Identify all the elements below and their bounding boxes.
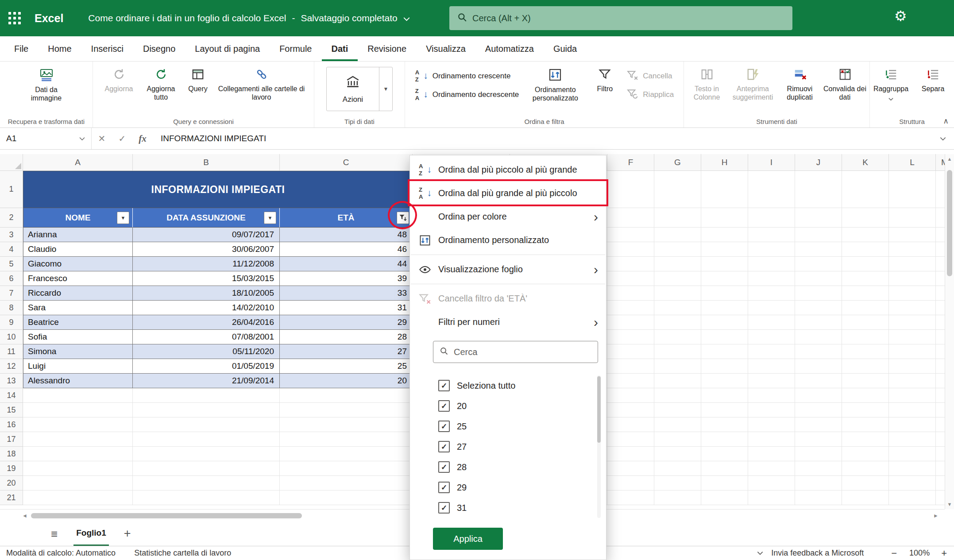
- table-cell[interactable]: 09/07/2017: [133, 228, 280, 242]
- cell-K6[interactable]: [842, 271, 889, 286]
- title-chevron-down-icon[interactable]: [403, 17, 410, 21]
- cell-G11[interactable]: [654, 344, 701, 359]
- search-box[interactable]: [449, 6, 792, 30]
- cell-A18[interactable]: [23, 447, 133, 461]
- cell-G1[interactable]: [654, 171, 701, 208]
- table-cell[interactable]: 25: [280, 359, 413, 374]
- name-box[interactable]: A1: [0, 128, 92, 149]
- row-header-2[interactable]: 2: [0, 208, 23, 228]
- cell-H13[interactable]: [701, 374, 748, 388]
- table-cell[interactable]: 21/09/2014: [133, 374, 280, 388]
- tab-layout-di-pagina[interactable]: Layout di pagina: [185, 36, 270, 61]
- cell-H21[interactable]: [701, 490, 748, 505]
- row-header-8[interactable]: 8: [0, 301, 23, 315]
- cell-I13[interactable]: [748, 374, 795, 388]
- cell-J16[interactable]: [795, 417, 842, 432]
- cell-C14[interactable]: [280, 388, 413, 403]
- row-header-17[interactable]: 17: [0, 432, 23, 447]
- cell-K1[interactable]: [842, 171, 889, 208]
- column-header-B[interactable]: B: [133, 154, 280, 171]
- column-header-F[interactable]: F: [607, 154, 654, 171]
- filter-search-box[interactable]: [433, 341, 598, 363]
- cell-A21[interactable]: [23, 490, 133, 505]
- settings-gear-icon[interactable]: ⚙: [894, 9, 907, 23]
- cell-I14[interactable]: [748, 388, 795, 403]
- menu-sort-smallest-to-largest[interactable]: AZ↓ Ordina dal più piccolo al più grande: [410, 158, 606, 182]
- cell-J12[interactable]: [795, 359, 842, 374]
- row-header-13[interactable]: 13: [0, 374, 23, 388]
- cell-G17[interactable]: [654, 432, 701, 447]
- row-header-15[interactable]: 15: [0, 403, 23, 417]
- cell-B17[interactable]: [133, 432, 280, 447]
- cell-F3[interactable]: [607, 228, 654, 242]
- cell-H1[interactable]: [701, 171, 748, 208]
- cell-K19[interactable]: [842, 461, 889, 476]
- gallery-dropdown-icon[interactable]: ▼: [379, 67, 392, 111]
- cell-G16[interactable]: [654, 417, 701, 432]
- cell-G19[interactable]: [654, 461, 701, 476]
- filter-list-scrollbar[interactable]: [597, 375, 601, 518]
- row-header-19[interactable]: 19: [0, 461, 23, 476]
- table-cell[interactable]: Luigi: [23, 359, 133, 374]
- scroll-right-icon[interactable]: ►: [933, 513, 939, 519]
- table-cell[interactable]: 29: [280, 315, 413, 330]
- cell-F6[interactable]: [607, 271, 654, 286]
- cell-G13[interactable]: [654, 374, 701, 388]
- filter-checkbox-seleziona-tutto[interactable]: ✓Seleziona tutto: [438, 375, 606, 396]
- cell-G5[interactable]: [654, 257, 701, 271]
- filter-button-data-assunzione[interactable]: ▼: [264, 212, 276, 224]
- cell-K10[interactable]: [842, 330, 889, 344]
- app-launcher-icon[interactable]: [0, 0, 29, 36]
- cell-B14[interactable]: [133, 388, 280, 403]
- scroll-up-icon[interactable]: ▲: [945, 156, 954, 162]
- cell-C19[interactable]: [280, 461, 413, 476]
- cell-L15[interactable]: [889, 403, 936, 417]
- calc-mode-status[interactable]: Modalità di calcolo: Automatico: [6, 548, 116, 558]
- cell-C15[interactable]: [280, 403, 413, 417]
- query-button[interactable]: Query: [182, 64, 214, 93]
- tab-file[interactable]: File: [4, 36, 38, 61]
- cell-F11[interactable]: [607, 344, 654, 359]
- cell-J6[interactable]: [795, 271, 842, 286]
- tab-visualizza[interactable]: Visualizza: [416, 36, 475, 61]
- cell-A19[interactable]: [23, 461, 133, 476]
- cell-J15[interactable]: [795, 403, 842, 417]
- table-cell[interactable]: Simona: [23, 344, 133, 359]
- cell-I2[interactable]: [748, 208, 795, 228]
- cell-L9[interactable]: [889, 315, 936, 330]
- cell-I1[interactable]: [748, 171, 795, 208]
- data-validation-button[interactable]: Convalida dei dati: [822, 64, 868, 101]
- table-cell[interactable]: 28: [280, 330, 413, 344]
- cell-I18[interactable]: [748, 447, 795, 461]
- cell-L17[interactable]: [889, 432, 936, 447]
- row-header-4[interactable]: 4: [0, 242, 23, 257]
- table-cell[interactable]: Riccardo: [23, 286, 133, 301]
- row-header-18[interactable]: 18: [0, 447, 23, 461]
- cell-I8[interactable]: [748, 301, 795, 315]
- cell-H15[interactable]: [701, 403, 748, 417]
- tab-home[interactable]: Home: [38, 36, 81, 61]
- menu-sheet-view[interactable]: Vis​ualizzazione foglio ›: [410, 258, 606, 281]
- data-from-picture-button[interactable]: Dati da immagine: [20, 64, 73, 102]
- cell-J7[interactable]: [795, 286, 842, 301]
- cell-H8[interactable]: [701, 301, 748, 315]
- filter-checkbox-31[interactable]: ✓31: [438, 498, 606, 518]
- menu-sort-by-color[interactable]: Ordina per colore ›: [410, 205, 606, 228]
- expand-formula-bar-icon[interactable]: [940, 137, 946, 141]
- cell-K9[interactable]: [842, 315, 889, 330]
- table-cell[interactable]: 46: [280, 242, 413, 257]
- column-header-G[interactable]: G: [654, 154, 701, 171]
- cell-K18[interactable]: [842, 447, 889, 461]
- cell-J20[interactable]: [795, 476, 842, 490]
- cell-H9[interactable]: [701, 315, 748, 330]
- cell-G4[interactable]: [654, 242, 701, 257]
- cell-L20[interactable]: [889, 476, 936, 490]
- cell-J8[interactable]: [795, 301, 842, 315]
- cell-J13[interactable]: [795, 374, 842, 388]
- cell-L7[interactable]: [889, 286, 936, 301]
- table-cell[interactable]: 33: [280, 286, 413, 301]
- cell-I9[interactable]: [748, 315, 795, 330]
- cell-C17[interactable]: [280, 432, 413, 447]
- cell-I3[interactable]: [748, 228, 795, 242]
- cell-G2[interactable]: [654, 208, 701, 228]
